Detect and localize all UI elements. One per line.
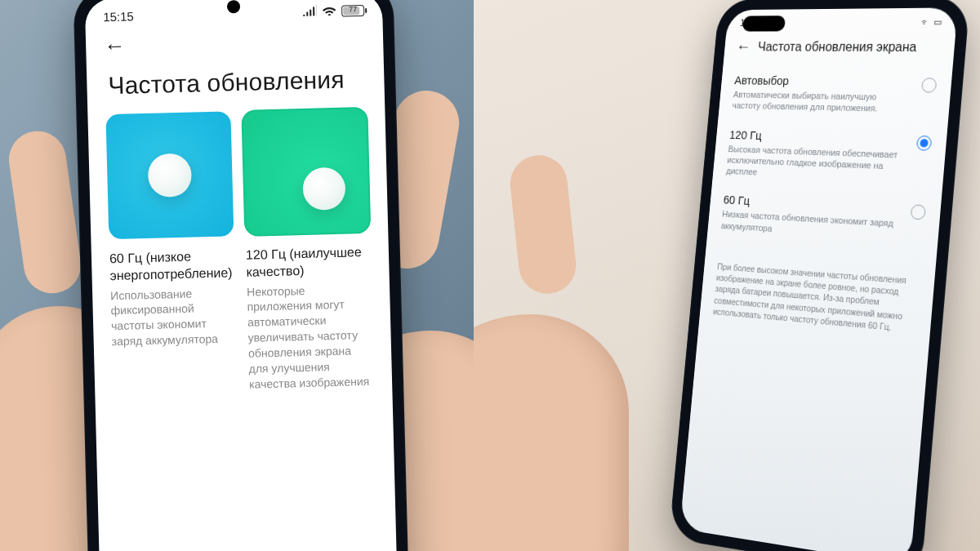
battery-icon: ▭: [933, 16, 942, 27]
option-120hz-desc: Высокая частота обновления обеспечивает …: [726, 143, 931, 185]
battery-percent: 77: [342, 4, 363, 13]
option-auto-desc: Автоматически выбирать наилучшую частоту…: [732, 89, 936, 116]
right-photo-area: 18:26 ᯤ ▭ ← Частота обновления экрана Ав…: [474, 0, 980, 551]
phone-right: 18:26 ᯤ ▭ ← Частота обновления экрана Ав…: [669, 0, 970, 551]
battery-icon: 77: [341, 4, 364, 16]
option-auto[interactable]: Автовыбор Автоматически выбирать наилучш…: [718, 66, 952, 126]
wifi-icon: [322, 4, 336, 18]
option-120hz-desc: 120 Гц (наилучшее качество) Некоторые пр…: [246, 244, 375, 393]
option-120hz-label: 120 Гц (наилучшее качество): [246, 244, 372, 282]
back-button[interactable]: ←: [736, 38, 752, 56]
finger-shape: [507, 153, 578, 296]
radio-selected-icon: [916, 136, 932, 151]
option-60hz-card[interactable]: [105, 111, 234, 239]
finger-shape: [5, 127, 84, 297]
back-button[interactable]: ←: [104, 33, 126, 60]
phone-left-screen: 15:15 77 ← Частота обновлени: [85, 0, 399, 551]
option-120hz[interactable]: 120 Гц Высокая частота обновления обеспе…: [712, 120, 948, 196]
radio-icon: [910, 205, 926, 220]
footnote-text: При более высоком значении частоты обнов…: [700, 239, 937, 336]
preview-orb-icon: [302, 167, 345, 211]
radio-icon: [921, 78, 937, 92]
preview-orb-icon: [148, 153, 191, 197]
status-icons: ᯤ ▭: [920, 16, 942, 27]
option-60hz-text: Использование фиксированной частоты экон…: [110, 285, 237, 350]
phone-right-screen: 18:26 ᯤ ▭ ← Частота обновления экрана Ав…: [679, 7, 958, 551]
cellular-signal-icon: [302, 4, 317, 18]
hand-shape: [474, 314, 629, 551]
wifi-icon: ᯤ: [920, 17, 930, 27]
page-title: Частота обновления: [87, 56, 385, 115]
option-descriptions: 60 Гц (низкое энергопотребление) Использ…: [91, 232, 392, 396]
option-120hz-card[interactable]: [242, 108, 370, 236]
dual-punch-hole-camera-icon: [742, 16, 786, 31]
status-time: 15:15: [103, 9, 134, 24]
option-auto-label: Автовыбор: [734, 74, 938, 90]
refresh-rate-cards: [87, 107, 388, 239]
option-120hz-text: Некоторые приложения могут автоматически…: [247, 281, 374, 392]
phone-left: 15:15 77 ← Частота обновлени: [73, 0, 410, 551]
left-photo-area: 15:15 77 ← Частота обновлени: [0, 0, 474, 551]
option-60hz-desc: 60 Гц (низкое энергопотребление) Использ…: [109, 247, 238, 396]
status-icons: 77: [302, 3, 364, 19]
page-title: Частота обновления экрана: [757, 39, 917, 54]
option-60hz-label: 60 Гц (низкое энергопотребление): [109, 247, 235, 285]
